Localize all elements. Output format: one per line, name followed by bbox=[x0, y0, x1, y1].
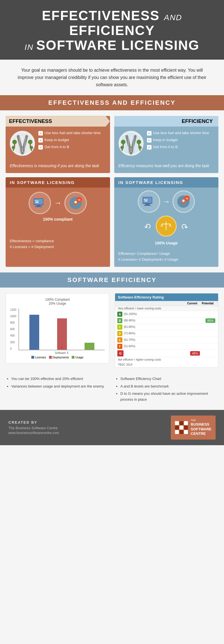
bar-usage-rect bbox=[85, 343, 94, 350]
potential-b-badge: 86% bbox=[206, 318, 215, 323]
bar-licenses-rect bbox=[29, 315, 39, 350]
svg-point-22 bbox=[138, 146, 142, 149]
sl-eff2-formula-line1: Efficiency= Compliance= Usage bbox=[118, 251, 214, 257]
footer-left: CREATED BY The Business Software Centre … bbox=[8, 420, 59, 435]
logo-cell-4 bbox=[175, 426, 179, 430]
effectiveness-road-icon bbox=[10, 131, 35, 156]
title-efficiency: EFFICIENCY bbox=[69, 23, 155, 38]
sl-eff-formula-line1: Effectiveness = compliance bbox=[10, 238, 106, 244]
eff-cols-e bbox=[187, 339, 218, 340]
logo-software: SOFTWARE bbox=[191, 427, 211, 432]
svg-rect-9 bbox=[13, 149, 14, 151]
current-a bbox=[187, 314, 203, 315]
bullets-right: Software Efficiency Chart A and B levels… bbox=[115, 376, 218, 404]
col-potential: Potential bbox=[200, 302, 215, 305]
se-section: 100% Compliant 20% Usage 1200 1000 800 6… bbox=[0, 288, 224, 373]
eff-label-e: E (61-70%) bbox=[115, 337, 187, 343]
chart-container: 100% Compliant 20% Usage 1200 1000 800 6… bbox=[6, 293, 109, 368]
range-a: (91-100%) bbox=[124, 312, 137, 316]
eff-checklist-item-2: ✓ Keep in budget bbox=[147, 138, 214, 143]
grade-g: G bbox=[117, 350, 123, 356]
sl-effectiveness-card: IN SOFTWARE LICENSING → bbox=[6, 177, 110, 267]
legend-dot-usage bbox=[72, 356, 74, 359]
potential-g bbox=[203, 351, 218, 356]
logo-cell-5 bbox=[179, 426, 183, 430]
curved-arrow-right: ↻ bbox=[179, 221, 189, 232]
eff-checkbox-3: ✓ bbox=[147, 145, 151, 150]
eff-label-a: A (91-100%) bbox=[115, 311, 187, 317]
effectiveness-body: ✓ Use less fuel and take shorter time ✓ … bbox=[6, 127, 110, 160]
svg-rect-27 bbox=[35, 206, 42, 207]
section1-title: EFFECTIVENESS AND EFFICIENCY bbox=[6, 99, 218, 106]
svg-rect-23 bbox=[139, 149, 141, 151]
chart-title: 100% Compliant 20% Usage bbox=[10, 298, 105, 305]
sl-eff2-computer-icon bbox=[138, 190, 160, 213]
sl-eff2-label: 100% Usage bbox=[114, 239, 219, 248]
eff-checklist-item-1: ✓ Use less fuel and take shorter time bbox=[147, 131, 214, 136]
svg-rect-36 bbox=[145, 204, 150, 205]
title-effectiveness: EFFECTIVENESS bbox=[42, 8, 160, 23]
legend-label-usage: Usage bbox=[75, 356, 83, 359]
potential-d bbox=[203, 333, 218, 334]
checkbox-3: ✓ bbox=[38, 145, 43, 150]
sl-eff-title: IN SOFTWARE LICENSING bbox=[10, 180, 75, 185]
se-grid: 100% Compliant 20% Usage 1200 1000 800 6… bbox=[6, 293, 218, 368]
bullet-left-1: You can be 100% effective and 20% effici… bbox=[11, 376, 109, 382]
bullet-section: You can be 100% effective and 20% effici… bbox=[0, 373, 224, 410]
x-label: Software X bbox=[18, 351, 105, 354]
current-g: 48% bbox=[187, 351, 203, 356]
sl-eff-icons: → % bbox=[6, 188, 110, 216]
logo-centre: CENTRE bbox=[191, 431, 211, 436]
legend-label-licenses: Licenses bbox=[35, 356, 46, 359]
eff-row-e: E (61-70%) bbox=[115, 337, 218, 343]
svg-rect-25 bbox=[34, 199, 43, 204]
right-arrow-icon-2: → bbox=[162, 197, 170, 206]
company-name: The Business Software Centre bbox=[8, 426, 59, 430]
sl-eff-label: 100% compliant bbox=[6, 216, 110, 224]
eff-not-efficient: Not efficient = higher running costs bbox=[115, 357, 218, 362]
right-arrow-icon: → bbox=[54, 199, 62, 207]
logo-cell-2 bbox=[179, 421, 183, 425]
chart-area: 1200 1000 800 600 400 200 0 bbox=[10, 308, 105, 354]
eff-label-g: G bbox=[115, 350, 187, 357]
checklist-item-3: ✓ Get from A to B bbox=[38, 145, 106, 150]
chart-box: 100% Compliant 20% Usage 1200 1000 800 6… bbox=[6, 293, 109, 363]
svg-rect-35 bbox=[143, 197, 152, 203]
bullet-right-3: D to G means you should have an active i… bbox=[120, 391, 218, 403]
legend-label-deployments: Deployments bbox=[53, 356, 69, 359]
legend-usage: Usage bbox=[72, 356, 83, 359]
bullet-right-1: Software Efficiency Chart bbox=[120, 376, 218, 382]
eff-checklist-text-2: Keep in budget bbox=[153, 138, 178, 143]
effectiveness-header: EFFECTIVENESS bbox=[6, 116, 110, 127]
bullet-list-left: You can be 100% effective and 20% effici… bbox=[6, 376, 109, 389]
eff-cols-f bbox=[187, 346, 218, 347]
bullet-grid: You can be 100% effective and 20% effici… bbox=[6, 376, 218, 404]
svg-point-8 bbox=[12, 146, 15, 149]
eff-checklist-item-3: ✓ Get from A to B bbox=[147, 145, 214, 150]
checkbox-2: ✓ bbox=[38, 138, 43, 143]
grade-f: F bbox=[117, 344, 122, 349]
effectiveness-card: EFFECTIVENESS bbox=[6, 116, 110, 173]
potential-f bbox=[203, 346, 218, 347]
sl-eff2-icons: → % ↺ bbox=[114, 188, 219, 239]
eff-row-a: A (91-100%) bbox=[115, 311, 218, 318]
current-d bbox=[187, 333, 203, 334]
svg-rect-37 bbox=[144, 205, 151, 206]
balance-scale-icon bbox=[156, 216, 177, 237]
logo-cell-9 bbox=[184, 430, 188, 434]
created-by-label: CREATED BY bbox=[8, 420, 59, 424]
eff-cols-g: 48% bbox=[187, 351, 218, 356]
effectiveness-title: EFFECTIVENESS bbox=[9, 118, 52, 124]
main-title: EFFECTIVENESS AND EFFICIENCY IN SOFTWARE… bbox=[6, 8, 218, 53]
logo-cell-1 bbox=[175, 421, 179, 425]
sl-eff2-header: IN SOFTWARE LICENSING bbox=[114, 177, 219, 188]
legend-licenses: Licenses bbox=[31, 356, 46, 359]
efficiency-desc: Efficiency measures how well you are doi… bbox=[114, 160, 219, 173]
ee-grid: EFFECTIVENESS bbox=[0, 110, 224, 272]
section1-banner: EFFECTIVENESS AND EFFICIENCY bbox=[0, 95, 224, 110]
svg-rect-26 bbox=[36, 205, 41, 206]
bullets-left: You can be 100% effective and 20% effici… bbox=[6, 376, 109, 404]
logo-the: THE bbox=[191, 419, 211, 422]
svg-point-4 bbox=[12, 140, 17, 144]
efficiency-body: ✓ Use less fuel and take shorter time ✓ … bbox=[114, 127, 219, 160]
